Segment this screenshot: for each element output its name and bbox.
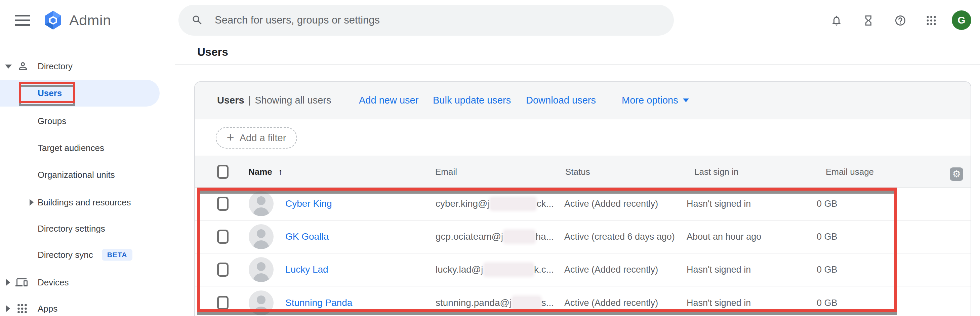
- redacted-text: [504, 231, 534, 243]
- user-email-usage: 0 GB: [817, 298, 837, 308]
- menu-icon[interactable]: [15, 15, 30, 26]
- user-status: Active (Added recently): [564, 298, 658, 308]
- search-input[interactable]: [215, 14, 645, 26]
- users-table-body: Cyber King cyber.king@jck... Active (Add…: [195, 188, 970, 316]
- add-filter-label: Add a filter: [240, 132, 286, 144]
- plus-icon: +: [227, 130, 234, 145]
- filter-bar: + Add a filter: [195, 119, 970, 156]
- sidebar-nav: Directory Users Groups Target audiences …: [0, 40, 175, 316]
- sidebar-item-label: Target audiences: [38, 143, 104, 153]
- add-new-user-button[interactable]: Add new user: [359, 82, 418, 119]
- download-users-button[interactable]: Download users: [526, 82, 596, 119]
- sidebar-item-target-audiences[interactable]: Target audiences: [0, 134, 175, 161]
- sidebar-item-buildings-resources[interactable]: Buildings and resources: [0, 189, 175, 216]
- search-bar[interactable]: [178, 5, 674, 36]
- row-checkbox[interactable]: [217, 230, 229, 244]
- row-checkbox[interactable]: [217, 197, 229, 211]
- table-header: Name↑ Email Status Last sign in Email us…: [195, 156, 970, 188]
- user-status: Active (created 6 days ago): [564, 231, 675, 242]
- user-last-sign-in: About an hour ago: [687, 231, 761, 242]
- user-name-link[interactable]: Stunning Panda: [285, 297, 352, 308]
- column-header-last-sign-in[interactable]: Last sign in: [694, 166, 739, 177]
- table-row[interactable]: Stunning Panda stunning.panda@js... Acti…: [195, 286, 970, 316]
- header-divider: [168, 64, 980, 65]
- sidebar-item-devices[interactable]: Devices: [0, 269, 175, 296]
- sidebar-item-apps[interactable]: Apps: [0, 295, 175, 316]
- row-checkbox[interactable]: [217, 296, 229, 310]
- toolbar-separator: |: [248, 95, 251, 106]
- toolbar-title: Users | Showing all users: [217, 82, 331, 119]
- column-header-status[interactable]: Status: [565, 166, 590, 177]
- column-header-email-usage[interactable]: Email usage: [826, 166, 874, 177]
- chevron-right-icon: [6, 279, 10, 286]
- sidebar-item-label: Directory sync: [38, 250, 93, 260]
- person-icon: [17, 60, 29, 72]
- user-status: Active (Added recently): [564, 199, 658, 209]
- user-email-usage: 0 GB: [817, 199, 837, 209]
- user-avatar: [249, 191, 274, 216]
- tasks-hourglass-icon[interactable]: [862, 14, 875, 27]
- apps-grid-icon: [16, 303, 28, 314]
- chevron-right-icon: [6, 305, 10, 312]
- sidebar-item-organizational-units[interactable]: Organizational units: [0, 161, 175, 188]
- page-title: Users: [197, 46, 228, 59]
- topbar: Admin G: [0, 0, 980, 40]
- admin-logo-text: Admin: [69, 12, 111, 29]
- user-status: Active (Added recently): [564, 265, 658, 275]
- users-panel: Users | Showing all users Add new user B…: [194, 81, 971, 316]
- user-email: stunning.panda@js...: [436, 297, 554, 309]
- avatar-letter: G: [958, 14, 965, 26]
- admin-logo[interactable]: Admin: [42, 9, 111, 32]
- notifications-bell-icon[interactable]: [830, 14, 843, 27]
- admin-logo-icon: [42, 10, 64, 31]
- user-email-usage: 0 GB: [817, 265, 837, 275]
- sidebar-item-label: Directory: [38, 61, 73, 72]
- help-icon[interactable]: [894, 14, 907, 27]
- bulk-update-users-button[interactable]: Bulk update users: [433, 82, 511, 119]
- sidebar-item-directory-settings[interactable]: Directory settings: [0, 215, 175, 242]
- sidebar-item-users[interactable]: Users: [0, 80, 160, 107]
- user-avatar: [249, 224, 274, 249]
- account-avatar[interactable]: G: [952, 10, 971, 30]
- chevron-down-icon: [683, 99, 689, 102]
- table-row[interactable]: GK Goalla gcp.ociateam@jha... Active (cr…: [195, 220, 970, 254]
- more-options-label: More options: [622, 95, 678, 106]
- user-name-link[interactable]: GK Goalla: [285, 231, 329, 242]
- user-last-sign-in: Hasn't signed in: [687, 199, 751, 209]
- redacted-text: [485, 264, 533, 275]
- beta-badge: BETA: [102, 249, 133, 261]
- sidebar-item-label: Apps: [38, 303, 57, 314]
- user-email: cyber.king@jck...: [436, 198, 554, 209]
- sidebar-item-label: Users: [38, 88, 62, 99]
- row-checkbox[interactable]: [217, 263, 229, 277]
- table-row[interactable]: Lucky Lad lucky.lad@jk.c... Active (Adde…: [195, 254, 970, 286]
- manage-columns-gear-icon[interactable]: ⚙: [950, 168, 963, 181]
- user-avatar: [249, 257, 274, 282]
- sidebar-item-label: Organizational units: [38, 170, 115, 180]
- user-email-usage: 0 GB: [817, 231, 837, 242]
- column-header-name[interactable]: Name↑: [248, 166, 283, 177]
- toolbar-title-text: Users: [217, 95, 244, 106]
- sidebar-item-directory[interactable]: Directory: [0, 53, 175, 80]
- add-filter-button[interactable]: + Add a filter: [216, 127, 297, 148]
- devices-laptop-icon: [16, 276, 27, 289]
- select-all-checkbox[interactable]: [217, 165, 229, 179]
- user-name-link[interactable]: Lucky Lad: [285, 264, 328, 275]
- table-row[interactable]: Cyber King cyber.king@jck... Active (Add…: [195, 188, 970, 220]
- user-last-sign-in: Hasn't signed in: [687, 298, 751, 308]
- chevron-down-icon: [5, 65, 12, 69]
- search-icon: [191, 14, 203, 26]
- sidebar-item-label: Buildings and resources: [38, 197, 131, 208]
- apps-grid-icon[interactable]: [925, 14, 937, 27]
- more-options-button[interactable]: More options: [622, 82, 689, 119]
- user-name-link[interactable]: Cyber King: [285, 198, 332, 209]
- redacted-text: [491, 198, 535, 209]
- column-header-email[interactable]: Email: [435, 166, 457, 177]
- toolbar-subtitle: Showing all users: [255, 95, 331, 106]
- user-avatar: [249, 290, 274, 315]
- chevron-right-icon: [30, 199, 33, 206]
- sidebar-item-groups[interactable]: Groups: [0, 108, 175, 134]
- redacted-text: [513, 297, 540, 309]
- user-email: lucky.lad@jk.c...: [436, 264, 554, 275]
- sidebar-item-directory-sync[interactable]: Directory syncBETA: [0, 241, 175, 268]
